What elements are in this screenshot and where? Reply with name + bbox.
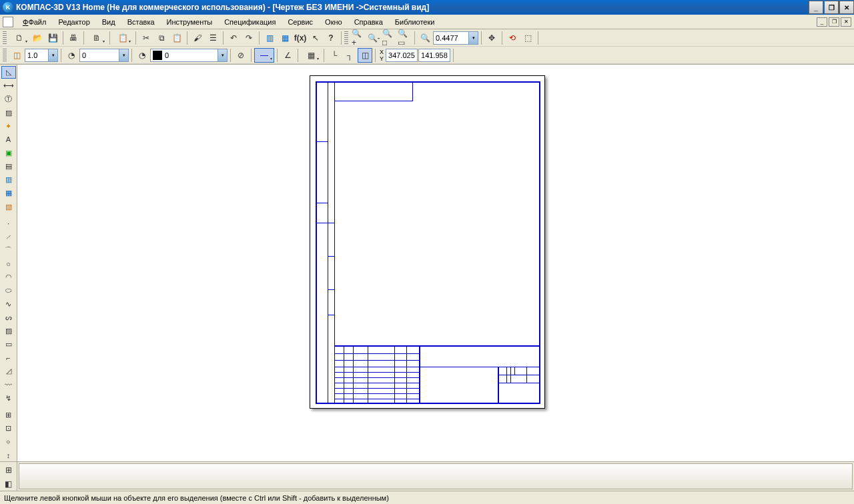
ortho-button[interactable]: └ [327, 48, 342, 63]
menu-help[interactable]: Справка [349, 17, 388, 27]
drawing-canvas[interactable] [17, 65, 854, 461]
open-button[interactable]: 📂 [30, 31, 45, 45]
layer-state-button[interactable]: ◔ [135, 48, 149, 63]
arc-tool[interactable]: ◠ [1, 271, 16, 283]
zoom-out-button[interactable]: 🔍- [366, 31, 381, 45]
help-tool-button[interactable]: ? [324, 31, 338, 45]
local-cs-button[interactable]: ┐ [342, 48, 357, 63]
rebuild-button[interactable]: ⟲ [505, 31, 520, 45]
hatch-tool[interactable]: ▨ [1, 325, 16, 337]
layer-combo[interactable]: 0 ▾ [150, 49, 228, 62]
paste-button[interactable]: 📋 [169, 31, 184, 45]
toolbar-region: 🗋 📂 💾 🖶 🗎 📋 ✂ ⧉ 📋 🖌 ☰ ↶ ↷ ▥ ▦ f(x) ↖ ? 🔍… [0, 29, 854, 65]
document-icon[interactable] [3, 17, 13, 27]
mdi-restore-button[interactable]: ❐ [829, 17, 839, 27]
aux-tool-2[interactable]: ⊡ [1, 422, 16, 435]
zoom-window-button[interactable]: 🔍□ [382, 31, 396, 45]
fillet-tool[interactable]: ⌐ [1, 351, 16, 364]
spec-panel-button[interactable]: ▤ [1, 160, 16, 173]
toolbar-grip[interactable] [344, 31, 348, 45]
cursor-button[interactable]: ↖ [308, 31, 323, 45]
prop-tool-2[interactable]: ◧ [1, 477, 16, 491]
prop-tool-1[interactable]: ⊞ [1, 463, 16, 477]
brush-button[interactable]: 🖌 [190, 31, 205, 45]
rect-tool[interactable]: ▭ [1, 338, 16, 351]
fx-button[interactable]: f(x) [293, 31, 308, 45]
linestyle-button[interactable]: — [254, 48, 274, 63]
point-tool[interactable]: · [1, 217, 16, 230]
measure-panel-button[interactable]: A [1, 133, 16, 146]
minimize-button[interactable]: _ [809, 1, 823, 14]
undo-button[interactable]: ↶ [226, 31, 241, 45]
pan-button[interactable]: ✥ [484, 31, 499, 45]
coord-x-field[interactable]: 347.025 [386, 49, 418, 62]
aux-tool-4[interactable]: ↕ [1, 449, 16, 461]
library-button[interactable]: ▥ [262, 31, 277, 45]
maximize-button[interactable]: ❐ [824, 1, 839, 14]
views-panel-button[interactable]: ▦ [1, 187, 16, 199]
menu-libs[interactable]: Библиотеки [390, 17, 440, 27]
spline-tool[interactable]: ∿ [1, 297, 16, 310]
menu-tools[interactable]: Инструменты [161, 17, 218, 27]
reports-panel-button[interactable]: ▥ [1, 173, 16, 186]
geometry-panel-button[interactable]: ◺ [1, 66, 16, 79]
polyline-tool[interactable]: ⌒ [1, 244, 16, 257]
angle-snap-button[interactable]: ∠ [280, 48, 295, 63]
designation-panel-button[interactable]: Ⓣ [1, 93, 16, 105]
zoom-combo[interactable]: 0.4477 ▾ [433, 31, 478, 45]
properties-button[interactable]: ☰ [205, 31, 220, 45]
toolbar-grip[interactable] [3, 31, 7, 45]
chamfer-tool[interactable]: ◿ [1, 365, 16, 377]
menu-bar: ФФайл Редактор Вид Вставка Инструменты С… [0, 15, 854, 29]
menu-service[interactable]: Сервис [282, 17, 318, 27]
circle-tool[interactable]: ○ [1, 257, 16, 270]
param-panel-button[interactable]: ✦ [1, 120, 16, 133]
aux-tool-3[interactable]: ⟐ [1, 435, 16, 448]
view-combo[interactable]: 0 ▾ [79, 49, 129, 62]
clipboard-button[interactable]: 📋 [113, 31, 133, 45]
menu-window[interactable]: Окно [320, 17, 348, 27]
select-panel-button[interactable]: ▣ [1, 147, 16, 159]
preview-button[interactable]: 🗎 [87, 31, 107, 45]
zoom-in-button[interactable]: 🔍+ [351, 31, 366, 45]
grid-button[interactable]: ▦ [301, 48, 321, 63]
snap-button[interactable]: ◫ [9, 48, 24, 63]
line-tool[interactable]: ⟋ [1, 231, 16, 243]
new-button[interactable]: 🗋 [9, 31, 29, 45]
property-panel-body[interactable] [19, 463, 853, 489]
menu-view[interactable]: Вид [97, 17, 121, 27]
ellipse-tool[interactable]: ⬭ [1, 284, 16, 297]
save-button[interactable]: 💾 [45, 31, 60, 45]
aux-tool-1[interactable]: ⊞ [1, 409, 16, 421]
cut-button[interactable]: ✂ [139, 31, 153, 45]
close-button[interactable]: ✕ [839, 1, 854, 14]
calc-button[interactable]: ▦ [278, 31, 292, 45]
coord-y-field[interactable]: 141.958 [418, 49, 450, 62]
drawing-sheet [310, 75, 545, 409]
spline2-tool[interactable]: 〰 [1, 378, 16, 391]
main-area: ◺ ⟷ Ⓣ ▨ ✦ A ▣ ▤ ▥ ▦ ▧ · ⟋ ⌒ ○ ◠ ⬭ ∿ ᔕ ▨ … [0, 65, 854, 461]
insert-panel-button[interactable]: ▧ [1, 201, 16, 213]
stop-button[interactable]: ⊘ [234, 48, 248, 63]
menu-file[interactable]: ФФайл [17, 17, 51, 27]
rounding-button[interactable]: ◫ [358, 48, 372, 63]
current-state-toolbar: ◫ 1.0 ▾ ◔ 0 ▾ ◔ 0 ▾ ⊘ — ∠ ▦ └ ┐ ◫ XY 347… [0, 47, 854, 64]
nurbs-tool[interactable]: ↯ [1, 392, 16, 405]
view-state-button[interactable]: ◔ [64, 48, 79, 63]
edit-panel-button[interactable]: ▨ [1, 106, 16, 119]
mdi-minimize-button[interactable]: _ [817, 17, 827, 27]
menu-insert[interactable]: Вставка [122, 17, 160, 27]
menu-spec[interactable]: Спецификация [219, 17, 281, 27]
copy-button[interactable]: ⧉ [154, 31, 169, 45]
print-button[interactable]: 🖶 [66, 31, 81, 45]
redo-button[interactable]: ↷ [242, 31, 256, 45]
menu-editor[interactable]: Редактор [53, 17, 95, 27]
mdi-close-button[interactable]: ✕ [841, 17, 851, 27]
refresh-button[interactable]: ⬚ [520, 31, 535, 45]
zoom-scale-button[interactable]: 🔍 [418, 31, 432, 45]
dimensions-panel-button[interactable]: ⟷ [1, 79, 16, 92]
bezier-tool[interactable]: ᔕ [1, 311, 16, 324]
step-combo[interactable]: 1.0 ▾ [25, 49, 58, 62]
zoom-fit-button[interactable]: 🔍▭ [397, 31, 412, 45]
toolbar-grip[interactable] [3, 49, 7, 62]
